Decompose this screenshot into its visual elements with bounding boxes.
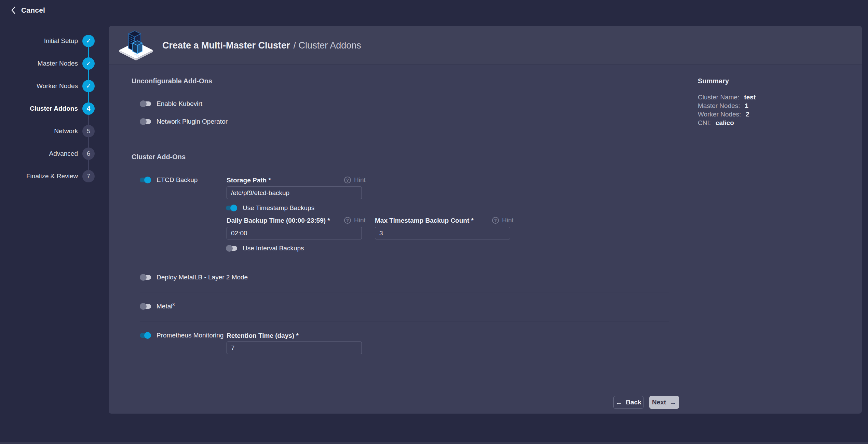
step-finalize-review[interactable]: Finalize & Review 7 [82, 170, 95, 182]
step-connector [88, 92, 89, 102]
use-interval-backups-label: Use Interval Backups [243, 245, 304, 252]
summary-divider [691, 65, 691, 414]
daily-backup-time-input[interactable] [227, 227, 362, 239]
retention-time-input[interactable] [227, 342, 362, 354]
step-label: Worker Nodes [37, 82, 78, 90]
use-timestamp-backups-toggle[interactable] [226, 205, 237, 211]
network-plugin-operator-toggle[interactable] [140, 118, 151, 125]
prometheus-monitoring-toggle[interactable] [140, 332, 151, 339]
summary-row-master-nodes: Master Nodes: 1 [698, 101, 756, 110]
back-button[interactable]: ← Back [613, 396, 643, 409]
right-arrow-icon: → [669, 399, 676, 406]
summary-value: calico [716, 119, 734, 127]
storage-path-label: Storage Path * [227, 177, 271, 184]
hint-label: Hint [354, 176, 366, 184]
step-worker-nodes[interactable]: Worker Nodes ✓ [82, 80, 95, 92]
summary-value: test [744, 94, 756, 101]
step-connector [88, 70, 89, 80]
use-timestamp-backups-label: Use Timestamp Backups [243, 204, 314, 212]
page-title-breadcrumb: / Cluster Addons [294, 40, 361, 51]
step-connector [88, 47, 89, 57]
network-plugin-operator-label: Network Plugin Operator [157, 118, 228, 125]
summary-value: 1 [745, 102, 749, 110]
metal3-toggle[interactable] [140, 303, 151, 310]
footer-divider [109, 393, 691, 393]
step-check-icon: ✓ [82, 80, 95, 92]
divider [140, 263, 669, 263]
step-label: Cluster Addons [30, 105, 78, 112]
metal3-superscript: 3 [172, 302, 175, 307]
step-label: Network [54, 127, 78, 135]
divider [140, 321, 669, 321]
question-icon: ? [344, 177, 351, 183]
vm-cluster-icon: VM [119, 29, 153, 63]
next-label: Next [652, 399, 666, 406]
step-label: Advanced [49, 150, 78, 157]
hint-label: Hint [354, 217, 366, 224]
step-cluster-addons[interactable]: Cluster Addons 4 [82, 102, 95, 115]
divider [140, 292, 669, 292]
question-icon: ? [492, 217, 499, 224]
step-number: 5 [82, 125, 95, 137]
summary-label: Worker Nodes: [698, 111, 741, 118]
summary-label: CNI: [698, 119, 711, 127]
step-label: Master Nodes [38, 60, 78, 67]
bottom-edge-strip [0, 442, 868, 444]
summary-label: Cluster Name: [698, 94, 739, 101]
cancel-label: Cancel [21, 6, 45, 14]
back-label: Back [626, 399, 641, 406]
max-timestamp-count-label: Max Timestamp Backup Count * [375, 217, 474, 224]
max-timestamp-count-input[interactable] [375, 227, 510, 239]
metallb-label: Deploy MetalLB - Layer 2 Mode [157, 274, 248, 281]
summary-list: Cluster Name: test Master Nodes: 1 Worke… [698, 93, 756, 127]
step-check-icon: ✓ [82, 35, 95, 47]
summary-value: 2 [746, 111, 749, 118]
step-network[interactable]: Network 5 [82, 125, 95, 137]
storage-path-hint[interactable]: ? Hint [344, 176, 366, 184]
summary-row-cluster-name: Cluster Name: test [698, 93, 756, 101]
step-check-icon: ✓ [82, 57, 95, 70]
use-interval-backups-toggle[interactable] [226, 245, 237, 252]
left-arrow-icon: ← [615, 399, 622, 406]
enable-kubevirt-toggle[interactable] [140, 100, 151, 107]
next-button[interactable]: Next → [649, 396, 679, 409]
enable-kubevirt-label: Enable Kubevirt [157, 100, 202, 108]
daily-backup-time-label: Daily Backup Time (00:00-23:59) * [227, 217, 330, 224]
step-connector [88, 115, 89, 125]
unconfigurable-addons-heading: Unconfigurable Add-Ons [132, 77, 212, 85]
wizard-panel: VM Create a Multi-Master Cluster / Clust… [109, 26, 862, 414]
step-number: 7 [82, 170, 95, 182]
step-advanced[interactable]: Advanced 6 [82, 148, 95, 160]
page-title: Create a Multi-Master Cluster / Cluster … [162, 26, 361, 65]
summary-row-cni: CNI: calico [698, 119, 756, 127]
max-timestamp-count-hint[interactable]: ? Hint [492, 217, 514, 224]
step-number: 6 [82, 148, 95, 160]
etcd-backup-toggle[interactable] [140, 177, 151, 183]
back-chevron-icon [11, 6, 16, 14]
retention-time-label: Retention Time (days) * [227, 332, 299, 339]
etcd-backup-label: ETCD Backup [157, 176, 198, 184]
panel-header: VM Create a Multi-Master Cluster / Clust… [109, 26, 862, 65]
page-title-main: Create a Multi-Master Cluster [162, 40, 290, 51]
step-master-nodes[interactable]: Master Nodes ✓ [82, 57, 95, 70]
step-label: Initial Setup [44, 37, 78, 45]
cluster-addons-heading: Cluster Add-Ons [132, 153, 186, 161]
question-icon: ? [344, 217, 351, 224]
metal3-label: Metal3 [157, 302, 175, 310]
summary-heading: Summary [698, 77, 729, 85]
daily-backup-time-hint[interactable]: ? Hint [344, 217, 366, 224]
step-number: 4 [82, 102, 95, 115]
step-connector [88, 137, 89, 148]
summary-row-worker-nodes: Worker Nodes: 2 [698, 110, 756, 119]
step-initial-setup[interactable]: Initial Setup ✓ [82, 35, 95, 47]
storage-path-input[interactable] [227, 186, 362, 199]
step-label: Finalize & Review [26, 172, 78, 180]
prometheus-monitoring-label: Prometheus Monitoring [157, 332, 223, 339]
step-connector [88, 160, 89, 170]
hint-label: Hint [502, 217, 514, 224]
summary-label: Master Nodes: [698, 102, 740, 110]
metallb-toggle[interactable] [140, 274, 151, 281]
cancel-button[interactable]: Cancel [11, 6, 45, 14]
